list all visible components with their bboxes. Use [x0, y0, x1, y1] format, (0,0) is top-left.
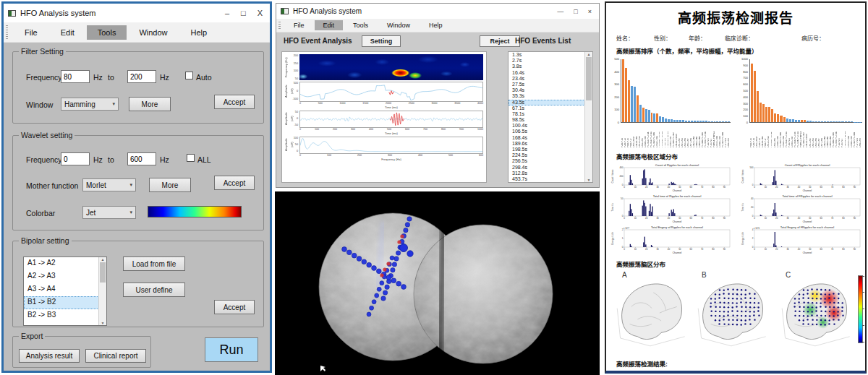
bar [801, 120, 803, 122]
subplot-wave: Amplitude (uV)5000-500050010001500200025… [284, 82, 483, 109]
maximize-button[interactable]: □ [574, 8, 577, 15]
channel-pair-item[interactable]: A2 -> A3 [24, 270, 106, 283]
plot-area [299, 54, 483, 80]
title-bar[interactable]: HFO Analysis system – □ X [4, 4, 270, 22]
x-tick-label: P3B-P13 [759, 124, 761, 147]
mother-function-select[interactable]: Morlet▾ [82, 178, 136, 191]
bar [824, 121, 826, 122]
channel-pair-item[interactable]: B1 -> B2 [24, 296, 106, 309]
svg-text:Total time of Ripples for each: Total time of Ripples for each channel [653, 194, 702, 198]
events-scrollbar[interactable]: ▲▼ [584, 52, 592, 182]
channel-pair-item[interactable]: A1 -> A2 [24, 257, 106, 270]
window-select[interactable]: Hamming▾ [61, 98, 119, 111]
event-item[interactable]: 67.1s [509, 105, 592, 111]
analysis-result-button[interactable]: Analysis result [19, 349, 80, 363]
scrollbar-thumb[interactable] [586, 57, 592, 100]
bar [699, 121, 702, 122]
close-button[interactable]: × [588, 8, 592, 15]
menu-item-tools[interactable]: Tools [344, 20, 377, 30]
event-item[interactable]: 98.5s [509, 117, 592, 123]
event-item[interactable]: 312.8s [509, 171, 592, 176]
scrollbar-thumb[interactable] [100, 262, 106, 283]
colorbar-select[interactable]: Jet▾ [82, 206, 136, 219]
event-item[interactable]: 30.4s [509, 87, 592, 93]
x-axis-labels: P3B-P14P3B-P13P4B-P16P4B-P17LH9-LH10LTA1… [621, 124, 731, 147]
auto-checkbox[interactable] [185, 72, 193, 79]
wavelet-more-button[interactable]: More [149, 178, 191, 192]
event-item[interactable]: 3.8s [509, 64, 592, 69]
wavelet-freq-to-input[interactable] [127, 152, 156, 165]
svg-text:30: 30 [656, 217, 659, 220]
menu-item-window[interactable]: Window [128, 25, 178, 40]
bipolar-accept-button[interactable]: Accept [214, 300, 255, 314]
event-item[interactable]: 1.3s [509, 52, 592, 58]
listbox-scrollbar[interactable]: ▲▼ [98, 257, 106, 325]
event-item[interactable]: 23.4s [509, 76, 592, 82]
event-item[interactable]: 16.4s [509, 70, 592, 76]
bar [645, 109, 647, 122]
filter-more-button[interactable]: More [129, 97, 171, 111]
minimize-button[interactable]: – [225, 9, 229, 17]
bar [777, 114, 779, 122]
close-button[interactable]: X [258, 9, 263, 17]
menu-item-help[interactable]: Help [420, 20, 451, 30]
svg-text:90: 90 [723, 217, 726, 220]
run-button[interactable]: Run [205, 337, 258, 362]
event-item[interactable]: 27.5s [509, 82, 592, 87]
scroll-down-icon[interactable]: ▼ [101, 321, 105, 325]
event-item[interactable]: 78.1s [509, 111, 592, 117]
event-item[interactable]: 35.3s [509, 93, 592, 99]
event-item[interactable]: 198.5s [509, 147, 592, 152]
svg-text:50: 50 [809, 217, 812, 220]
event-item[interactable]: 43.5s [509, 100, 592, 105]
hfo-events-listbox[interactable]: 1.3s2.7s3.8s16.4s23.4s27.5s30.4s35.3s43.… [508, 51, 593, 183]
load-from-file-button[interactable]: Load from file [123, 257, 185, 271]
event-item[interactable]: 256.5s [509, 158, 592, 164]
x-tick-label: LTA4-LTA6 [827, 124, 829, 147]
brain-3d-view[interactable] [275, 191, 600, 375]
menu-item-file[interactable]: File [285, 20, 313, 30]
svg-text:70: 70 [701, 217, 704, 220]
x-tick-label: P4B-P17 [630, 124, 632, 147]
channel-pair-item[interactable]: B2 -> B3 [24, 309, 106, 322]
user-define-button[interactable]: User define [123, 283, 185, 297]
all-checkbox[interactable] [187, 154, 195, 162]
channel-pair-listbox[interactable]: A1 -> A2A2 -> A3A3 -> A4B1 -> B2B2 -> B3… [23, 257, 107, 326]
filter-accept-button[interactable]: Accept [214, 95, 255, 109]
menu-item-help[interactable]: Help [180, 25, 218, 40]
bar [830, 121, 832, 122]
menu-item-window[interactable]: Window [378, 20, 419, 30]
maximize-button[interactable]: □ [241, 9, 246, 17]
setting-button[interactable]: Setting [362, 35, 401, 47]
clinical-report-button[interactable]: Clinical report [85, 349, 146, 363]
menu-item-edit[interactable]: Edit [315, 20, 344, 30]
filter-freq-from-input[interactable] [61, 70, 90, 83]
event-item[interactable]: 224.5s [509, 152, 592, 158]
reject-button[interactable]: Reject [480, 35, 520, 47]
scroll-down-icon[interactable]: ▼ [587, 178, 591, 182]
menu-item-tools[interactable]: Tools [87, 25, 127, 40]
svg-text:60: 60 [690, 248, 693, 251]
wavelet-freq-from-input[interactable] [61, 152, 90, 165]
event-item[interactable]: 453.7s [509, 176, 592, 182]
event-item[interactable]: 100.4s [509, 123, 592, 129]
title-bar[interactable]: HFO Analysis system — □ × [276, 4, 599, 19]
event-plots-panel: Frequency (Hz)20015010050Amplitude (uV)5… [281, 51, 487, 183]
x-tick-label: LH7-LH8 [690, 124, 692, 147]
bar [651, 113, 653, 122]
event-item[interactable]: 168.4s [509, 135, 592, 141]
menu-item-edit[interactable]: Edit [50, 25, 85, 40]
scroll-up-icon[interactable]: ▲ [587, 52, 591, 56]
event-item[interactable]: 298.4s [509, 165, 592, 171]
wavelet-accept-button[interactable]: Accept [214, 176, 255, 190]
channel-pair-item[interactable]: A3 -> A4 [24, 283, 106, 296]
filter-freq-to-input[interactable] [127, 70, 156, 83]
minimize-button[interactable]: — [557, 8, 563, 15]
event-item[interactable]: 106.5s [509, 129, 592, 134]
menu-item-file[interactable]: File [14, 25, 48, 40]
svg-text:10: 10 [765, 186, 767, 189]
ripples-energy-hist: Total Engery of Ripples for each channel… [609, 225, 736, 255]
event-item[interactable]: 189.6s [509, 141, 592, 147]
event-item[interactable]: 2.7s [509, 58, 592, 64]
scroll-up-icon[interactable]: ▲ [101, 257, 105, 262]
